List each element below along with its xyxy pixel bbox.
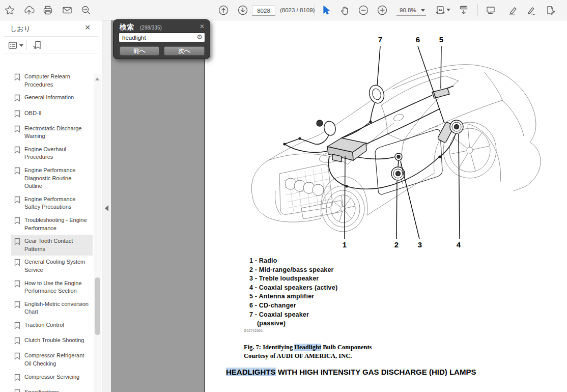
bookmark-item[interactable]: General Information: [11, 91, 93, 106]
bookmark-item[interactable]: Engine Performance Saftey Precautions: [11, 193, 93, 214]
bookmark-item-label: Compressor Servicing: [24, 373, 90, 381]
bookmark-icon: [14, 301, 20, 311]
callout-3: 3: [418, 240, 422, 249]
previous-page-icon[interactable]: [218, 5, 229, 16]
previous-result-button[interactable]: 前へ: [120, 46, 159, 55]
legend-line: 7 - Coaxial speaker: [249, 311, 337, 320]
bookmark-item[interactable]: Traction Control: [11, 319, 93, 334]
chevron-down-icon: [421, 9, 425, 12]
bookmark-item-label: Gear Tooth Contact Patterns: [24, 237, 90, 253]
bookmark-icon: [14, 110, 20, 120]
sidebar-scrollbar[interactable]: [94, 74, 101, 392]
options-icon[interactable]: [7, 40, 18, 53]
viewer-background: [111, 20, 204, 392]
bookmark-item[interactable]: Compressor Servicing: [11, 370, 93, 385]
bookmark-item[interactable]: Electrostatic Discharge Warning: [11, 122, 93, 143]
bookmark-item[interactable]: Compressor Refrigerant Oil Checking: [11, 349, 93, 370]
bookmarks-list: Computer Relearn Procedures General Info…: [0, 70, 94, 392]
bookmark-item[interactable]: English-Metric conversion Chart: [11, 298, 93, 319]
section-heading: HEADLIGHTS WITH HIGH INTENSITY GAS DISCH…: [226, 368, 476, 376]
bookmark-item[interactable]: How to Use the Engine Performance Sectio…: [11, 276, 93, 297]
bookmarks-panel: しおり ✕ Computer Relearn Procedures Genera…: [0, 20, 102, 392]
bookmark-item-label: OBD-II: [24, 109, 90, 118]
callout-6: 6: [416, 35, 420, 44]
scrollbar-thumb[interactable]: [95, 277, 100, 335]
zoom-out-icon[interactable]: [358, 5, 369, 16]
coaxial-speaker-active: [450, 120, 463, 133]
locate-bookmark-icon[interactable]: [32, 40, 43, 53]
next-page-icon[interactable]: [237, 5, 248, 16]
zoom-level-dropdown[interactable]: 90.8%: [396, 6, 426, 16]
bookmark-icon: [14, 337, 20, 347]
bookmark-star-icon[interactable]: [4, 5, 15, 16]
bookmark-item[interactable]: General Cooling System Service: [11, 256, 93, 276]
bookmarks-panel-header: しおり ✕: [4, 20, 98, 37]
pdf-page: 7 6 5 1 2 3 4 1 - Radio 2 - Mid-range/ba…: [204, 20, 567, 392]
next-result-button[interactable]: 次へ: [164, 46, 205, 55]
scroll-mode-icon[interactable]: [458, 5, 469, 16]
main-toolbar: (8023 / 8109) 90.8%: [0, 0, 567, 20]
toolbar-divider: [477, 4, 478, 16]
page-number-input[interactable]: [252, 5, 275, 16]
legend-line: 1 - Radio: [249, 257, 337, 266]
page-fit-icon[interactable]: [435, 5, 446, 16]
roof-speaker: [367, 83, 386, 105]
chevron-down-icon[interactable]: [446, 9, 450, 11]
sidebar-edge: [102, 20, 111, 392]
scroll-up-arrow[interactable]: [95, 77, 99, 80]
close-icon[interactable]: ✕: [200, 23, 205, 30]
legend-line: 3 - Treble loudspeaker: [249, 274, 337, 284]
bookmark-item[interactable]: OBD-II: [11, 106, 93, 122]
zoom-in-icon[interactable]: [377, 5, 388, 16]
callout-4: 4: [457, 240, 461, 249]
find-icon[interactable]: [80, 5, 92, 16]
highlighter-icon[interactable]: [507, 5, 518, 16]
close-icon[interactable]: ✕: [84, 23, 91, 32]
search-result-count: (298/335): [140, 25, 162, 31]
bookmark-item[interactable]: Clutch Trouble Shooting: [11, 334, 93, 349]
search-dialog: 検索 (298/335) ✕ ⚙ 前へ 次へ: [113, 19, 210, 59]
bookmark-item[interactable]: Troubleshooting - Engine Performance: [11, 214, 93, 235]
fill-sign-icon[interactable]: [526, 5, 537, 16]
bookmark-item-label: Compressor Refrigerant Oil Checking: [24, 352, 90, 368]
radio-unit: [327, 138, 366, 162]
hand-tool-icon[interactable]: [339, 5, 351, 16]
legend-line: 2 - Mid-range/bass speaker: [249, 266, 337, 275]
bookmark-icon: [14, 73, 20, 83]
callout-1: 1: [343, 240, 347, 249]
bookmark-item-label: Specifications: [24, 388, 90, 392]
share-cloud-icon[interactable]: [23, 5, 35, 16]
legend-line: 4 - Coaxial speakers (active): [249, 284, 337, 293]
bookmark-item-selected[interactable]: Gear Tooth Contact Patterns: [11, 235, 93, 256]
bookmark-icon: [14, 125, 20, 135]
figure-caption-courtesy: Courtesy of AUDI OF AMERICA, INC.: [244, 352, 372, 360]
legend-line: (passive): [249, 319, 337, 328]
bookmark-icon: [14, 196, 20, 206]
edit-pdf-icon[interactable]: [545, 5, 556, 16]
callout-2: 2: [394, 240, 399, 249]
bookmark-item[interactable]: Specifications: [11, 386, 93, 392]
search-input[interactable]: [119, 33, 205, 42]
front-speakers: [317, 120, 337, 137]
toolbar-divider: [315, 4, 315, 16]
search-dialog-title: 検索: [120, 23, 134, 32]
email-icon[interactable]: [62, 5, 73, 16]
print-icon[interactable]: [42, 5, 53, 16]
bookmark-icon: [14, 259, 20, 268]
figure-caption: Fig. 7: Identifying Headlight Bulb Compo…: [244, 343, 372, 360]
comment-icon[interactable]: [485, 5, 496, 16]
legend-line: 5 - Antenna amplifier: [249, 292, 337, 301]
divider: [26, 40, 27, 50]
bookmark-icon: [14, 352, 20, 362]
select-tool-icon[interactable]: [320, 5, 331, 16]
bookmark-item-label: Engine Overhaul Procedures: [24, 146, 90, 161]
chevron-down-icon[interactable]: [19, 44, 23, 47]
bookmark-item[interactable]: Engine Performance Diagnostic Routine Ou…: [11, 164, 93, 193]
bookmark-icon: [14, 94, 20, 104]
collapse-sidebar-handle[interactable]: [105, 205, 108, 211]
bookmark-item[interactable]: Engine Overhaul Procedures: [11, 143, 93, 164]
car-audio-diagram: [219, 23, 565, 252]
search-hit-highlight: Headlight: [294, 344, 321, 351]
gear-icon[interactable]: ⚙: [196, 33, 203, 41]
bookmark-item[interactable]: Computer Relearn Procedures: [11, 70, 93, 91]
